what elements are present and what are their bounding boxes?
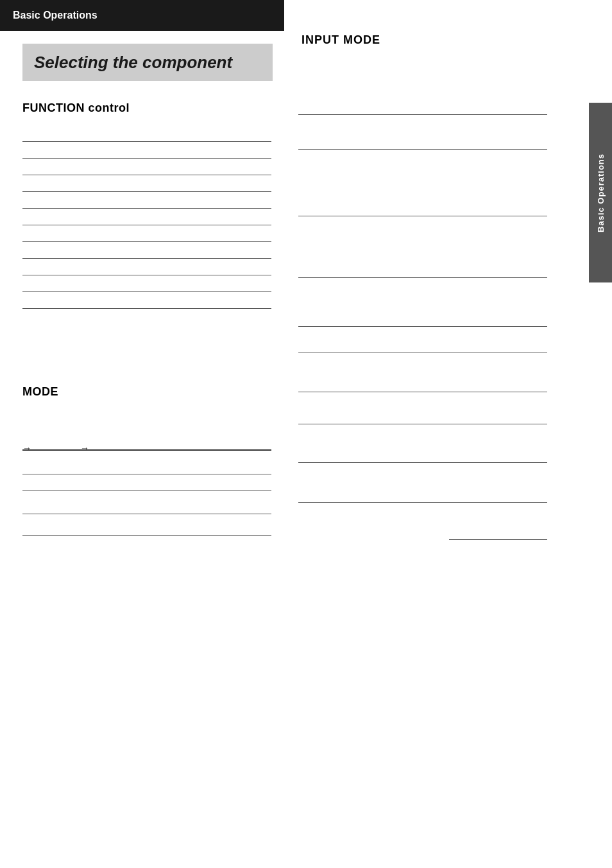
header-bar: Basic Operations: [0, 0, 284, 31]
hr-line-left-8: [22, 258, 271, 259]
arrow-row: → →: [22, 443, 271, 453]
arrow-1: →: [22, 443, 31, 453]
hr-line-left-3: [22, 175, 271, 175]
section-title: Selecting the component: [34, 53, 232, 73]
hr-line-right-6: [298, 352, 547, 352]
arrow-2: →: [80, 443, 89, 453]
hr-line-right-10: [298, 502, 547, 503]
hr-line-left-6: [22, 225, 271, 225]
hr-line-left-b2: [22, 490, 271, 491]
mode-label: MODE: [22, 385, 58, 399]
hr-line-left-b1: [22, 474, 271, 474]
hr-right-small: [449, 539, 547, 540]
side-tab-text: Basic Operations: [596, 153, 606, 232]
hr-line-left-5: [22, 208, 271, 209]
function-control-label: FUNCTION control: [22, 101, 130, 115]
side-tab: Basic Operations: [589, 103, 612, 282]
hr-line-right-4: [298, 277, 547, 278]
page-container: Basic Operations Selecting the component…: [0, 0, 612, 868]
hr-line-left-b4: [22, 535, 271, 536]
hr-line-left-11: [22, 308, 271, 309]
hr-line-left-1: [22, 141, 271, 142]
hr-line-right-3: [298, 216, 547, 216]
header-title: Basic Operations: [13, 10, 98, 21]
hr-line-left-7: [22, 241, 271, 242]
hr-line-right-5: [298, 326, 547, 327]
hr-line-right-7: [298, 392, 547, 392]
hr-line-left-10: [22, 291, 271, 292]
hr-line-right-1: [298, 114, 547, 115]
hr-line-left-b3: [22, 514, 271, 514]
hr-line-right-9: [298, 462, 547, 463]
hr-line-right-8: [298, 424, 547, 424]
section-title-box: Selecting the component: [22, 44, 273, 81]
hr-line-left-2: [22, 158, 271, 159]
hr-line-right-2: [298, 149, 547, 150]
input-mode-title: INPUT MODE: [302, 33, 380, 47]
hr-line-left-9: [22, 275, 271, 275]
hr-line-left-4: [22, 191, 271, 192]
